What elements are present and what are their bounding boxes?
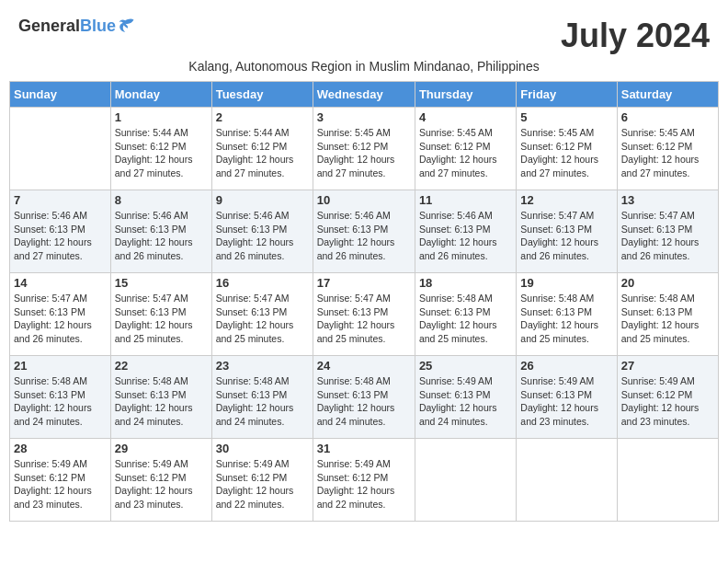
header-day-monday: Monday [110,82,211,108]
day-info: Sunrise: 5:45 AMSunset: 6:12 PMDaylight:… [520,126,612,180]
day-info: Sunrise: 5:45 AMSunset: 6:12 PMDaylight:… [317,126,411,180]
day-info: Sunrise: 5:47 AMSunset: 6:13 PMDaylight:… [317,292,411,346]
calendar-cell: 19Sunrise: 5:48 AMSunset: 6:13 PMDayligh… [517,273,617,356]
calendar-cell: 28Sunrise: 5:49 AMSunset: 6:12 PMDayligh… [10,439,111,522]
header-day-tuesday: Tuesday [211,82,313,108]
day-info: Sunrise: 5:46 AMSunset: 6:13 PMDaylight:… [317,209,411,263]
day-info: Sunrise: 5:49 AMSunset: 6:12 PMDaylight:… [216,457,309,511]
header-day-saturday: Saturday [617,82,718,108]
day-info: Sunrise: 5:47 AMSunset: 6:13 PMDaylight:… [520,209,612,263]
calendar-cell: 1Sunrise: 5:44 AMSunset: 6:12 PMDaylight… [110,108,211,190]
header-day-sunday: Sunday [10,82,111,108]
calendar-cell: 24Sunrise: 5:48 AMSunset: 6:13 PMDayligh… [313,356,415,439]
day-info: Sunrise: 5:49 AMSunset: 6:12 PMDaylight:… [14,457,107,511]
calendar-cell: 13Sunrise: 5:47 AMSunset: 6:13 PMDayligh… [617,190,718,273]
logo-blue: Blue [80,17,116,35]
calendar-cell: 31Sunrise: 5:49 AMSunset: 6:12 PMDayligh… [313,439,415,522]
day-number: 7 [14,193,107,207]
day-info: Sunrise: 5:49 AMSunset: 6:13 PMDaylight:… [520,374,612,429]
day-number: 1 [115,110,208,124]
day-info: Sunrise: 5:46 AMSunset: 6:13 PMDaylight:… [115,209,208,263]
day-number: 21 [14,359,107,373]
day-number: 27 [621,359,714,373]
day-info: Sunrise: 5:49 AMSunset: 6:12 PMDaylight:… [115,457,208,511]
calendar-cell: 4Sunrise: 5:45 AMSunset: 6:12 PMDaylight… [415,108,516,190]
day-info: Sunrise: 5:49 AMSunset: 6:12 PMDaylight:… [317,457,411,511]
calendar-week-row: 7Sunrise: 5:46 AMSunset: 6:13 PMDaylight… [10,190,719,273]
header-day-friday: Friday [517,82,617,108]
calendar-cell [10,108,111,190]
calendar-cell: 3Sunrise: 5:45 AMSunset: 6:12 PMDaylight… [313,108,415,190]
day-info: Sunrise: 5:48 AMSunset: 6:13 PMDaylight:… [621,292,714,346]
day-number: 23 [216,359,309,373]
calendar-week-row: 21Sunrise: 5:48 AMSunset: 6:13 PMDayligh… [10,356,719,439]
day-info: Sunrise: 5:48 AMSunset: 6:13 PMDaylight:… [216,374,309,429]
logo-bird-icon [118,17,136,36]
calendar-cell: 18Sunrise: 5:48 AMSunset: 6:13 PMDayligh… [415,273,516,356]
header-day-wednesday: Wednesday [313,82,415,108]
calendar-cell: 23Sunrise: 5:48 AMSunset: 6:13 PMDayligh… [211,356,313,439]
logo: GeneralBlue [18,17,136,36]
calendar-cell: 9Sunrise: 5:46 AMSunset: 6:13 PMDaylight… [211,190,313,273]
calendar-cell: 22Sunrise: 5:48 AMSunset: 6:13 PMDayligh… [110,356,211,439]
calendar-header-row: SundayMondayTuesdayWednesdayThursdayFrid… [10,82,719,108]
day-number: 29 [115,442,208,455]
calendar-cell: 15Sunrise: 5:47 AMSunset: 6:13 PMDayligh… [110,273,211,356]
day-number: 14 [14,276,107,290]
calendar-cell: 2Sunrise: 5:44 AMSunset: 6:12 PMDaylight… [211,108,313,190]
day-info: Sunrise: 5:49 AMSunset: 6:12 PMDaylight:… [621,374,714,429]
day-info: Sunrise: 5:46 AMSunset: 6:13 PMDaylight:… [419,209,512,263]
day-info: Sunrise: 5:48 AMSunset: 6:13 PMDaylight:… [115,374,208,429]
day-info: Sunrise: 5:47 AMSunset: 6:13 PMDaylight:… [14,292,107,346]
calendar-cell: 30Sunrise: 5:49 AMSunset: 6:12 PMDayligh… [211,439,313,522]
day-number: 8 [115,193,208,207]
calendar: SundayMondayTuesdayWednesdayThursdayFrid… [9,81,719,522]
calendar-cell: 11Sunrise: 5:46 AMSunset: 6:13 PMDayligh… [415,190,516,273]
day-number: 2 [216,110,309,124]
calendar-cell: 27Sunrise: 5:49 AMSunset: 6:12 PMDayligh… [617,356,718,439]
day-info: Sunrise: 5:47 AMSunset: 6:13 PMDaylight:… [115,292,208,346]
day-info: Sunrise: 5:48 AMSunset: 6:13 PMDaylight:… [14,374,107,429]
day-number: 12 [520,193,612,207]
header: GeneralBlue July 2024 [9,9,719,55]
day-info: Sunrise: 5:48 AMSunset: 6:13 PMDaylight:… [317,374,411,429]
day-number: 31 [317,442,411,455]
calendar-week-row: 1Sunrise: 5:44 AMSunset: 6:12 PMDaylight… [10,108,719,190]
day-info: Sunrise: 5:47 AMSunset: 6:13 PMDaylight:… [216,292,309,346]
calendar-cell [415,439,516,522]
subtitle: Kalang, Autonomous Region in Muslim Mind… [9,59,719,74]
calendar-week-row: 28Sunrise: 5:49 AMSunset: 6:12 PMDayligh… [10,439,719,522]
calendar-cell: 16Sunrise: 5:47 AMSunset: 6:13 PMDayligh… [211,273,313,356]
day-info: Sunrise: 5:45 AMSunset: 6:12 PMDaylight:… [621,126,714,180]
day-number: 3 [317,110,411,124]
calendar-cell: 12Sunrise: 5:47 AMSunset: 6:13 PMDayligh… [517,190,617,273]
day-info: Sunrise: 5:45 AMSunset: 6:12 PMDaylight:… [419,126,512,180]
logo-text: GeneralBlue [18,17,116,36]
day-info: Sunrise: 5:46 AMSunset: 6:13 PMDaylight:… [216,209,309,263]
calendar-cell: 5Sunrise: 5:45 AMSunset: 6:12 PMDaylight… [517,108,617,190]
day-number: 30 [216,442,309,455]
day-number: 10 [317,193,411,207]
header-day-thursday: Thursday [415,82,516,108]
calendar-cell: 7Sunrise: 5:46 AMSunset: 6:13 PMDaylight… [10,190,111,273]
day-number: 22 [115,359,208,373]
calendar-cell: 14Sunrise: 5:47 AMSunset: 6:13 PMDayligh… [10,273,111,356]
day-number: 25 [419,359,512,373]
day-info: Sunrise: 5:47 AMSunset: 6:13 PMDaylight:… [621,209,714,263]
day-number: 28 [14,442,107,455]
calendar-cell: 20Sunrise: 5:48 AMSunset: 6:13 PMDayligh… [617,273,718,356]
day-number: 15 [115,276,208,290]
day-number: 17 [317,276,411,290]
calendar-cell: 21Sunrise: 5:48 AMSunset: 6:13 PMDayligh… [10,356,111,439]
logo-general: General [18,17,80,35]
day-info: Sunrise: 5:49 AMSunset: 6:13 PMDaylight:… [419,374,512,429]
calendar-cell [617,439,718,522]
calendar-cell: 6Sunrise: 5:45 AMSunset: 6:12 PMDaylight… [617,108,718,190]
day-info: Sunrise: 5:46 AMSunset: 6:13 PMDaylight:… [14,209,107,263]
day-info: Sunrise: 5:48 AMSunset: 6:13 PMDaylight:… [419,292,512,346]
day-number: 19 [520,276,612,290]
day-number: 18 [419,276,512,290]
day-number: 26 [520,359,612,373]
calendar-cell: 8Sunrise: 5:46 AMSunset: 6:13 PMDaylight… [110,190,211,273]
day-number: 13 [621,193,714,207]
